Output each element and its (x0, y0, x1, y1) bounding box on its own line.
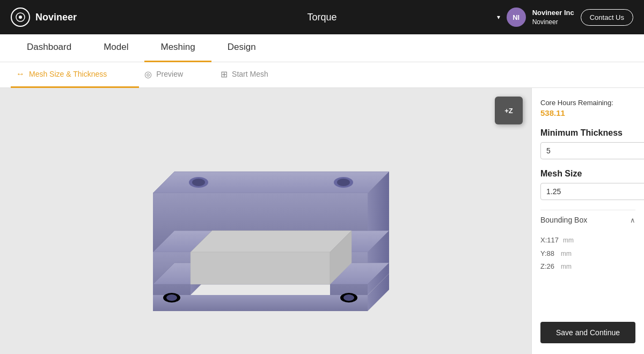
min-thickness-title: Minimum Thickness (540, 128, 635, 138)
mesh-size-icon: ↔ (16, 69, 25, 79)
right-panel: Core Hours Remaining: 538.11 Minimum Thi… (531, 88, 644, 354)
core-hours-value: 538.11 (540, 108, 635, 117)
svg-marker-22 (191, 231, 352, 252)
tab-design[interactable]: Design (211, 34, 272, 62)
bounding-x-label: X:117 (540, 234, 559, 247)
svg-point-21 (343, 294, 354, 301)
viewport[interactable]: +Z (0, 88, 531, 354)
mesh-size-title: Mesh Size (540, 169, 635, 179)
bounding-z-row: Z:26 mm (540, 260, 635, 274)
sub-tab-start-mesh-label: Start Mesh (232, 70, 268, 78)
bounding-box-header[interactable]: Bounding Box ∧ (540, 210, 635, 230)
sub-tab-preview-label: Preview (156, 70, 183, 78)
bounding-z-unit: mm (561, 261, 572, 273)
svg-point-19 (166, 294, 177, 301)
sub-tabs: ↔ Mesh Size & Thickness ◎ Preview ⊞ Star… (0, 62, 644, 88)
user-subtitle: Novineer (532, 18, 574, 27)
bounding-x-unit: mm (563, 234, 574, 247)
tab-meshing[interactable]: Meshing (144, 34, 211, 62)
main-layout: +Z (0, 88, 644, 354)
bounding-values: X:117 mm Y:88 mm Z:26 mm (540, 234, 635, 274)
tab-model[interactable]: Model (87, 34, 144, 62)
mesh-size-row: mm (540, 183, 635, 200)
chevron-down-icon[interactable]: ▾ (497, 13, 500, 21)
svg-marker-12 (153, 295, 368, 311)
mesh-size-input[interactable] (540, 183, 644, 200)
header: Novineer Torque ▾ NI Novineer Inc Novine… (0, 0, 644, 34)
user-info: Novineer Inc Novineer (532, 8, 574, 27)
min-thickness-input[interactable] (540, 142, 644, 159)
avatar: NI (507, 8, 526, 27)
page-title: Torque (307, 12, 336, 23)
start-mesh-icon: ⊞ (221, 69, 228, 79)
min-thickness-row: mm (540, 142, 635, 159)
svg-point-17 (337, 179, 350, 186)
sub-tab-mesh-size-label: Mesh Size & Thickness (29, 70, 107, 78)
user-company: Novineer Inc (532, 8, 574, 18)
bounding-y-row: Y:88 mm (540, 247, 635, 261)
logo-icon (11, 8, 30, 27)
nav-tabs: Dashboard Model Meshing Design (0, 34, 644, 62)
core-hours-label: Core Hours Remaining: (540, 99, 635, 107)
header-right: ▾ NI Novineer Inc Novineer Contact Us (497, 8, 633, 27)
bounding-y-label: Y:88 (540, 247, 557, 261)
chevron-up-icon: ∧ (630, 216, 635, 224)
bounding-box-title: Bounding Box (540, 216, 587, 224)
logo-area: Novineer (11, 8, 77, 27)
bounding-z-label: Z:26 (540, 260, 557, 274)
svg-marker-2 (153, 172, 389, 193)
bounding-x-row: X:117 mm (540, 234, 635, 247)
svg-marker-23 (191, 252, 330, 284)
core-hours-section: Core Hours Remaining: 538.11 (540, 99, 635, 117)
3d-part (99, 113, 432, 329)
axis-cube[interactable]: +Z (495, 97, 523, 124)
sub-tab-preview[interactable]: ◎ Preview (139, 62, 215, 88)
save-continue-button[interactable]: Save and Continue (540, 322, 635, 343)
sub-tab-start-mesh[interactable]: ⊞ Start Mesh (215, 62, 301, 88)
3d-canvas: +Z (0, 88, 531, 354)
svg-point-1 (19, 16, 22, 19)
svg-point-15 (192, 179, 205, 186)
bounding-y-unit: mm (561, 248, 572, 260)
sub-tab-mesh-size[interactable]: ↔ Mesh Size & Thickness (11, 62, 139, 88)
contact-button[interactable]: Contact Us (581, 9, 633, 26)
logo-text: Novineer (35, 12, 77, 23)
preview-icon: ◎ (144, 69, 152, 79)
tab-dashboard[interactable]: Dashboard (11, 34, 87, 62)
